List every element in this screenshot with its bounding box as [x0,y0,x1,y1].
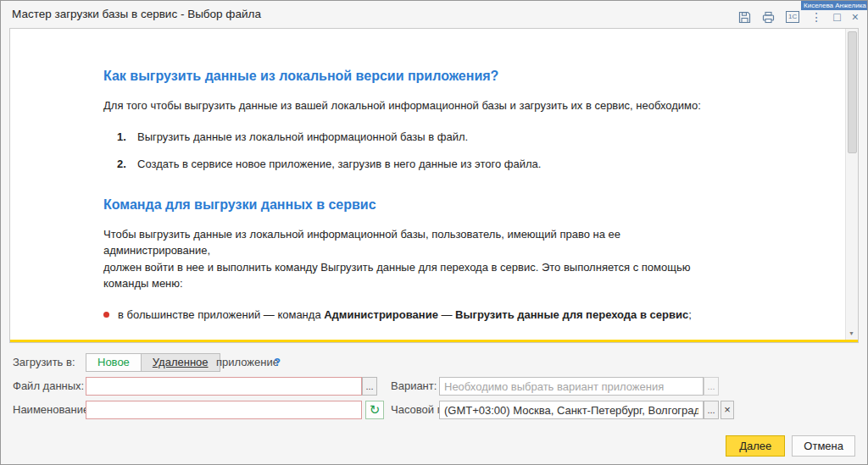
close-button[interactable]: × [852,11,859,23]
content-heading-1: Как выгрузить данные из локальной версии… [103,66,845,86]
load-to-label: Загрузить в: [13,353,75,372]
intro-text: Для того чтобы выгрузить данные из вашей… [103,98,782,114]
wizard-form: Загрузить в: Новое Удаленное приложение … [1,343,867,464]
refresh-icon[interactable]: ↻ [365,401,384,419]
app-type-toggle: Новое Удаленное [86,353,220,372]
scrollbar-thumb[interactable] [848,31,857,153]
data-file-browse-button[interactable]: ... [362,377,377,396]
variant-browse-button[interactable]: ... [704,377,719,396]
command-description-line3: должен войти в нее и выполнить команду В… [103,261,690,291]
name-timezone-row: Наименование: ↻ Часовой пояс: ... × [1,401,867,419]
toggle-new-option[interactable]: Новое [86,353,142,372]
bullet-text: в большинстве приложений — команда [118,308,324,321]
bullet-text: в приложении «1С:Управление нашей фирмой… [118,337,427,339]
print-icon[interactable] [762,11,775,24]
titlebar: Мастер загрузки базы в сервис - Выбор фа… [1,1,867,28]
wizard-dialog: Мастер загрузки базы в сервис - Выбор фа… [0,0,868,465]
command-description: Чтобы выгрузить данные из локальной инфо… [103,226,707,292]
help-link[interactable]: ? [274,353,281,372]
user-badge: Киселева Анжелика Михайловна [801,1,867,10]
data-file-input[interactable] [86,377,362,396]
window-title: Мастер загрузки базы в сервис - Выбор фа… [12,8,261,20]
content-accent-bar [10,340,858,342]
save-icon[interactable] [738,11,751,24]
command-description-line2: администрирование, [103,244,210,257]
name-label: Наименование: [13,401,92,419]
step-text: Выгрузить данные из локальной информацио… [137,130,468,146]
maximize-button[interactable]: □ [833,11,840,23]
bullet-bold: Выгрузить данные для перехода в сервис [455,308,688,321]
load-to-row: Загрузить в: Новое Удаленное приложение … [1,353,867,372]
toggle-remote-option[interactable]: Удаленное [142,353,220,372]
step-item: 2. Создать в сервисе новое приложение, з… [103,157,778,173]
variant-input[interactable] [439,377,704,396]
bullet-bold: Компания [427,337,481,339]
bullet-bold: Переход между [630,337,715,339]
step-text: Создать в сервисе новое приложение, загр… [137,157,541,173]
next-button[interactable]: Далее [726,435,785,457]
titlebar-actions: 1С ⋮ □ × [738,10,859,24]
step-number: 2. [117,157,137,173]
step-item: 1. Выгрузить данные из локальной информа… [103,130,778,146]
vertical-scrollbar[interactable]: ▼ [845,29,858,342]
cancel-button[interactable]: Отмена [792,435,855,457]
kebab-menu-icon[interactable]: ⋮ [810,11,822,23]
timezone-clear-icon[interactable]: × [721,401,734,419]
timezone-input[interactable] [439,401,704,419]
application-suffix-label: приложение [216,353,279,372]
instructions-panel: Как выгрузить данные из локальной версии… [9,28,859,343]
data-file-label: Файл данных: [13,377,84,396]
dialog-buttons: Далее Отмена [726,435,855,457]
variant-label: Вариант: [391,377,437,396]
bullet-bold: Администрирование [498,337,613,339]
timezone-browse-button[interactable]: ... [704,401,719,419]
step-number: 1. [117,130,137,146]
bullet-icon [103,312,109,318]
name-input[interactable] [86,401,362,419]
command-description-line1: Чтобы выгрузить данные из локальной инфо… [103,228,620,241]
file-variant-row: Файл данных: ... Вариант: ... [1,377,867,396]
bullet-item: в большинстве приложений — команда Админ… [103,307,766,324]
bullet-item: в приложении «1С:Управление нашей фирмой… [103,335,766,339]
instructions-text: Как выгрузить данные из локальной версии… [10,29,845,339]
bullet-bold: Администрирование [324,308,438,321]
content-heading-2: Команда для выгрузки данных в сервис [103,195,845,214]
scroll-down-icon[interactable]: ▼ [846,328,857,339]
about-1c-icon[interactable]: 1С [786,11,799,23]
